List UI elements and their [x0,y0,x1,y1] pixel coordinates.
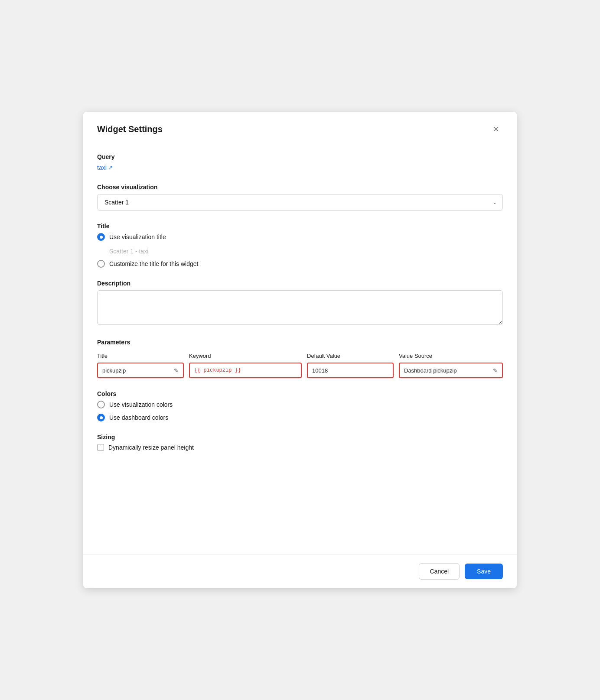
param-keyword-cell[interactable]: {{ pickupzip }} [189,363,302,378]
col-title: Title [97,353,184,359]
radio-customize-title-indicator [97,260,105,268]
save-button[interactable]: Save [465,564,503,579]
close-icon: × [493,124,499,134]
visualization-select[interactable]: Scatter 1 Bar 1 Line 1 Table 1 [97,194,503,211]
dynamic-resize-label: Dynamically resize panel height [108,444,194,451]
query-link-text: taxi [97,164,107,171]
parameters-header: Title Keyword Default Value Value Source [97,353,503,359]
colors-label: Colors [97,390,503,397]
title-section: Title Use visualization title Scatter 1 … [97,223,503,268]
radio-viz-colors-label: Use visualization colors [109,401,173,408]
title-preview: Scatter 1 - taxi [109,248,503,255]
radio-customize-title[interactable]: Customize the title for this widget [97,260,503,268]
colors-section: Colors Use visualization colors Use dash… [97,390,503,421]
visualization-section: Choose visualization Scatter 1 Bar 1 Lin… [97,184,503,211]
radio-dashboard-colors[interactable]: Use dashboard colors [97,414,503,421]
param-title-edit-icon[interactable]: ✎ [174,367,179,374]
title-radio-group: Use visualization title Scatter 1 - taxi… [97,233,503,268]
table-row: pickupzip ✎ {{ pickupzip }} 10018 Dashbo… [97,363,503,378]
radio-viz-colors[interactable]: Use visualization colors [97,401,503,408]
param-value-source-value: Dashboard pickupzip [404,367,457,374]
parameters-label: Parameters [97,339,503,346]
param-default-value-cell[interactable]: 10018 [307,363,394,378]
external-link-icon: ↗ [108,165,113,171]
radio-viz-colors-indicator [97,401,105,408]
description-label: Description [97,280,503,287]
param-default-value: 10018 [312,367,328,374]
param-keyword-value: {{ pickupzip }} [194,367,241,373]
description-textarea[interactable] [97,290,503,325]
query-label: Query [97,153,503,160]
radio-dashboard-colors-label: Use dashboard colors [109,414,168,421]
close-button[interactable]: × [489,122,503,136]
dialog-footer: Cancel Save [83,554,517,588]
visualization-select-wrapper: Scatter 1 Bar 1 Line 1 Table 1 ⌄ [97,194,503,211]
widget-settings-dialog: Widget Settings × Query taxi ↗ Choose vi… [83,112,517,588]
query-link[interactable]: taxi ↗ [97,164,113,171]
param-title-value: pickupzip [102,367,126,374]
radio-customize-title-label: Customize the title for this widget [109,260,198,267]
query-section: Query taxi ↗ [97,153,503,172]
radio-use-viz-title-label: Use visualization title [109,233,166,240]
dialog-header: Widget Settings × [83,112,517,143]
description-section: Description [97,280,503,327]
checkbox-dynamic-resize[interactable]: Dynamically resize panel height [97,444,503,451]
col-default-value: Default Value [307,353,394,359]
dialog-body: Query taxi ↗ Choose visualization Scatte… [83,143,517,554]
col-keyword: Keyword [189,353,302,359]
parameters-table: Title Keyword Default Value Value Source… [97,353,503,378]
sizing-section: Sizing Dynamically resize panel height [97,434,503,451]
visualization-label: Choose visualization [97,184,503,191]
colors-radio-group: Use visualization colors Use dashboard c… [97,401,503,421]
col-value-source: Value Source [399,353,503,359]
cancel-button[interactable]: Cancel [419,563,460,580]
param-value-source-cell[interactable]: Dashboard pickupzip ✎ [399,363,503,378]
radio-use-viz-title-indicator [97,233,105,241]
dynamic-resize-checkbox-indicator [97,444,104,451]
dialog-title: Widget Settings [97,124,163,134]
parameters-section: Parameters Title Keyword Default Value V… [97,339,503,378]
radio-use-viz-title[interactable]: Use visualization title [97,233,503,241]
param-title-cell[interactable]: pickupzip ✎ [97,363,184,378]
radio-dashboard-colors-indicator [97,414,105,421]
param-value-source-edit-icon[interactable]: ✎ [493,367,498,374]
title-label: Title [97,223,503,230]
sizing-label: Sizing [97,434,503,441]
